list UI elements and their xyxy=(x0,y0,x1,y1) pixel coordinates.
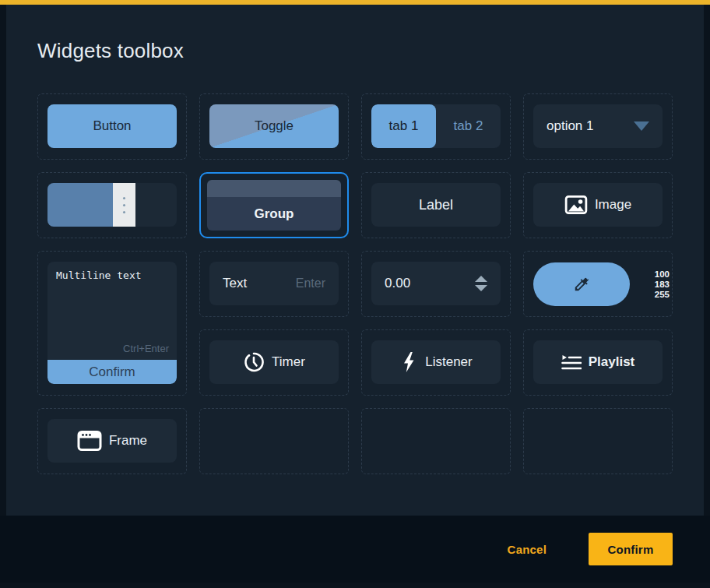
cell-select[interactable]: option 1 xyxy=(523,93,673,160)
group-widget[interactable]: Group xyxy=(207,180,341,231)
timer-widget[interactable]: Timer xyxy=(209,340,339,384)
multiline-widget[interactable]: Multiline text Ctrl+Enter Confirm xyxy=(47,262,177,384)
cell-label[interactable]: Label xyxy=(361,172,511,238)
slider-grip-icon xyxy=(123,204,125,206)
cell-slider[interactable] xyxy=(37,172,187,238)
group-label: Group xyxy=(207,197,341,231)
cell-number-input[interactable]: 0.00 xyxy=(361,251,511,317)
timer-icon xyxy=(243,351,265,373)
text-input-value: Text xyxy=(223,276,247,291)
playlist-label: Playlist xyxy=(589,354,635,370)
tab-1[interactable]: tab 1 xyxy=(371,104,436,148)
cell-empty-3 xyxy=(523,408,673,474)
slider-widget[interactable] xyxy=(47,183,177,227)
playlist-widget[interactable]: Playlist xyxy=(533,340,663,384)
group-header-bar xyxy=(207,180,341,197)
widgets-toolbox-dialog: Widgets toolbox Button Toggle tab 1 tab … xyxy=(6,5,704,516)
cell-playlist[interactable]: Playlist xyxy=(523,329,673,396)
number-value: 0.00 xyxy=(385,276,410,291)
timer-label: Timer xyxy=(272,354,305,370)
lightning-bolt-icon xyxy=(399,351,418,373)
slider-handle[interactable] xyxy=(113,183,135,227)
button-widget[interactable]: Button xyxy=(47,104,177,148)
text-input-widget[interactable]: Text Enter xyxy=(209,262,339,305)
playlist-icon xyxy=(561,353,582,371)
image-label: Image xyxy=(595,197,631,213)
color-r-value: 100 xyxy=(655,269,670,279)
cancel-button[interactable]: Cancel xyxy=(503,542,551,557)
cell-toggle[interactable]: Toggle xyxy=(199,93,349,160)
confirm-button[interactable]: Confirm xyxy=(589,533,673,565)
slider-grip-icon xyxy=(123,197,125,199)
color-g-value: 183 xyxy=(655,279,670,289)
stepper-up-icon[interactable] xyxy=(475,276,487,282)
color-picker-button[interactable] xyxy=(533,262,630,306)
stepper-down-icon[interactable] xyxy=(475,285,487,291)
cell-frame[interactable]: Frame xyxy=(37,408,187,474)
chevron-down-icon xyxy=(634,121,649,131)
multiline-shortcut-hint: Ctrl+Enter xyxy=(123,343,169,354)
cell-tabs[interactable]: tab 1 tab 2 xyxy=(361,93,511,160)
label-widget[interactable]: Label xyxy=(371,183,501,227)
listener-widget[interactable]: Listener xyxy=(371,340,501,384)
image-icon xyxy=(564,193,588,217)
cell-button[interactable]: Button xyxy=(37,93,187,160)
widget-grid: Button Toggle tab 1 tab 2 option 1 xyxy=(37,93,673,474)
number-stepper[interactable] xyxy=(475,276,487,291)
tab-2[interactable]: tab 2 xyxy=(436,104,501,148)
cell-image[interactable]: Image xyxy=(523,172,673,238)
cell-color-picker[interactable]: 100 183 255 xyxy=(523,251,673,317)
cell-timer[interactable]: Timer xyxy=(199,329,349,396)
number-input-widget[interactable]: 0.00 xyxy=(371,262,501,305)
frame-widget[interactable]: Frame xyxy=(47,419,177,463)
toggle-widget[interactable]: Toggle xyxy=(209,104,339,148)
cell-empty-2 xyxy=(361,408,511,474)
cell-group[interactable]: Group xyxy=(199,172,349,238)
multiline-text-value: Multiline text xyxy=(56,269,142,281)
color-rgb-values: 100 183 255 xyxy=(655,269,670,299)
cell-listener[interactable]: Listener xyxy=(361,329,511,396)
image-widget[interactable]: Image xyxy=(533,183,663,227)
select-value: option 1 xyxy=(547,118,594,134)
cell-empty-1 xyxy=(199,408,349,474)
cell-multiline[interactable]: Multiline text Ctrl+Enter Confirm xyxy=(37,251,187,396)
tabs-widget[interactable]: tab 1 tab 2 xyxy=(371,104,501,148)
eyedropper-icon xyxy=(573,276,590,293)
page-title: Widgets toolbox xyxy=(37,39,184,63)
color-b-value: 255 xyxy=(655,289,670,299)
multiline-confirm-button[interactable]: Confirm xyxy=(47,360,177,384)
cell-text-input[interactable]: Text Enter xyxy=(199,251,349,317)
text-input-placeholder: Enter xyxy=(296,276,325,290)
listener-label: Listener xyxy=(425,354,472,370)
frame-label: Frame xyxy=(109,433,147,449)
dialog-footer: Cancel Confirm xyxy=(0,516,710,583)
slider-fill xyxy=(47,183,113,227)
slider-grip-icon xyxy=(123,211,125,213)
frame-icon xyxy=(77,430,102,452)
select-widget[interactable]: option 1 xyxy=(533,104,663,148)
